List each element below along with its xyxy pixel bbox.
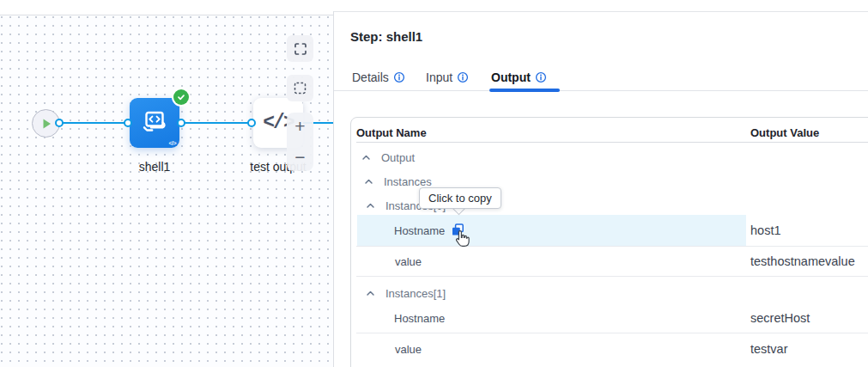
chevron-up-icon[interactable]	[361, 153, 371, 162]
column-header-output-name: Output Name	[356, 126, 427, 139]
marquee-select-icon	[293, 81, 307, 95]
header-divider	[356, 142, 868, 143]
output-name-hostname: Hostname	[394, 224, 445, 237]
output-value-secrethost: secretHost	[750, 311, 810, 325]
tree-group-instances-1[interactable]: Instances[1]	[366, 284, 446, 303]
info-icon	[393, 71, 405, 83]
pipeline-canvas[interactable]: </> shell1 </> test output + −	[0, 15, 333, 367]
output-name-value-2: value	[395, 343, 422, 356]
node-label-shell1: shell1	[103, 160, 206, 174]
hand-cursor-icon	[454, 229, 470, 248]
output-value-testhostnamevalue: testhostnamevalue	[750, 254, 855, 268]
active-tab-underline	[489, 89, 560, 92]
workflow-editor: </> shell1 </> test output + −	[0, 0, 868, 367]
row-divider	[356, 333, 868, 333]
info-icon	[535, 71, 547, 83]
edge-anchor	[55, 119, 64, 127]
tab-details[interactable]: Details	[352, 70, 405, 84]
chevron-up-icon[interactable]	[364, 177, 373, 187]
output-value-testvar: testvar	[750, 342, 788, 356]
info-icon	[457, 71, 469, 83]
code-glyph-small: </>	[168, 140, 176, 146]
step-details-panel: Step: shell1 Details Input Output	[334, 11, 868, 367]
panel-title: Step: shell1	[350, 29, 422, 44]
chevron-up-icon[interactable]	[366, 289, 375, 298]
zoom-out-button[interactable]: −	[287, 149, 313, 166]
output-name-value: value	[395, 255, 422, 268]
success-badge	[173, 89, 189, 105]
edge-anchor	[247, 119, 256, 127]
output-table: Output Name Output Value Output Instance…	[350, 117, 868, 367]
play-icon	[40, 118, 52, 130]
edge-anchor	[177, 119, 185, 127]
shell-script-icon	[139, 107, 170, 138]
tabs-divider	[334, 90, 868, 91]
edge-shell1-to-test-output	[181, 122, 253, 124]
tab-input[interactable]: Input	[426, 70, 469, 84]
check-icon	[177, 93, 185, 101]
zoom-controls: + −	[287, 113, 313, 171]
fullscreen-icon	[294, 42, 307, 56]
row-divider	[356, 246, 868, 247]
copy-tooltip: Click to copy	[419, 187, 501, 209]
tree-group-output[interactable]: Output	[361, 148, 415, 167]
edge-start-to-shell1	[59, 122, 130, 124]
node-shell1[interactable]: </>	[130, 98, 179, 148]
chevron-up-icon[interactable]	[366, 201, 375, 211]
output-name-hostname-2: Hostname	[394, 312, 445, 325]
edge-anchor	[124, 119, 132, 127]
row-divider	[356, 276, 868, 277]
tab-output[interactable]: Output	[491, 70, 547, 84]
marquee-select-button[interactable]	[287, 75, 313, 101]
zoom-in-button[interactable]: +	[287, 118, 313, 135]
node-label-test-output: test output	[227, 160, 330, 174]
column-header-output-value: Output Value	[750, 126, 819, 139]
fullscreen-button[interactable]	[287, 35, 313, 62]
output-value-host1: host1	[750, 223, 780, 237]
